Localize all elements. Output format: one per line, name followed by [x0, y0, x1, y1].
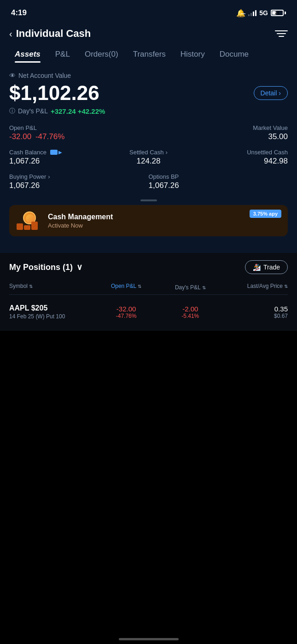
drag-handle — [9, 198, 288, 205]
cash-mgmt-subtitle: Activate Now — [48, 222, 280, 229]
info-icon: ⓘ — [9, 107, 15, 115]
net-account-label: 👁 Net Account Value — [9, 72, 288, 79]
sort-dayspl-icon[interactable]: ⇅ — [202, 285, 206, 290]
filter-button[interactable] — [275, 29, 288, 39]
positions-section: My Positions (1) ∨ 🏂 Trade Symbol ⇅ Open… — [0, 253, 297, 331]
settled-cash-stat: Settled Cash › 124.28 — [102, 149, 195, 166]
market-value-stat: Market Value 35.00 — [149, 124, 288, 141]
cash-mgmt-content: Cash Management Activate Now — [48, 213, 280, 229]
tab-bar: Assets P&L Orders(0) Transfers History D… — [0, 45, 297, 63]
stats-row-3: Buying Power › 1,067.26 Options BP 1,067… — [9, 173, 288, 190]
trade-button[interactable]: 🏂 Trade — [245, 260, 288, 274]
buying-power-stat: Buying Power › 1,067.26 — [9, 173, 149, 190]
pos-symbol: AAPL $205 — [9, 304, 93, 312]
buying-power-value: 1,067.26 — [9, 181, 149, 190]
pos-price: 0.35 $0.67 — [221, 305, 288, 319]
buying-power-label: Buying Power › — [9, 173, 149, 180]
stats-row-2: Cash Balance ▶ 1,067.26 Settled Cash › 1… — [9, 149, 288, 166]
table-headers: Symbol ⇅ Open P&L ⇅ Day's P&L ⇅ Last/Avg… — [9, 281, 288, 295]
stats-grid: Open P&L -32.00 -47.76% Market Value 35.… — [9, 124, 288, 190]
cash-balance-value: 1,067.26 — [9, 157, 102, 166]
unsettled-cash-value: 942.98 — [195, 157, 288, 166]
cash-balance-label: Cash Balance ▶ — [9, 149, 102, 156]
settled-cash-value: 124.28 — [102, 157, 195, 166]
options-bp-stat: Options BP 1,067.26 — [149, 173, 288, 190]
status-bar: 4:19 🔔̶ 5G 21 — [0, 0, 297, 24]
pos-days-pl: -2.00 -5.41% — [160, 305, 221, 319]
sort-openpl-icon[interactable]: ⇅ — [138, 284, 141, 289]
account-section: 👁 Net Account Value $1,102.26 Detail › ⓘ… — [9, 72, 288, 115]
header-left: ‹ Individual Cash — [9, 28, 91, 40]
page-title: Individual Cash — [16, 28, 91, 40]
open-pl-stat: Open P&L -32.00 -47.76% — [9, 124, 149, 141]
account-value: $1,102.26 — [9, 82, 99, 104]
apy-badge: 3.75% apy — [250, 210, 281, 218]
pos-symbol-col: AAPL $205 14 Feb 25 (W) Put 100 — [9, 304, 93, 320]
cash-mgmt-icon — [17, 211, 42, 230]
pos-open-pl-value: -32.00 — [93, 305, 160, 313]
signal-icon — [248, 10, 256, 16]
status-time: 4:19 — [11, 8, 27, 18]
pos-avg-price: $0.67 — [221, 313, 288, 319]
pos-open-pl: -32.00 -47.76% — [93, 305, 160, 319]
bottom-area — [0, 331, 297, 515]
tab-history[interactable]: History — [173, 45, 212, 63]
positions-title: My Positions (1) ∨ — [9, 262, 82, 272]
arrow-right-icon: › — [166, 149, 168, 156]
cash-mgmt-title: Cash Management — [48, 213, 280, 221]
pos-days-pl-pct: -5.41% — [160, 313, 221, 319]
pos-desc: 14 Feb 25 (W) Put 100 — [9, 313, 93, 320]
detail-button[interactable]: Detail › — [254, 86, 288, 100]
th-symbol: Symbol ⇅ — [9, 283, 93, 289]
tab-documents[interactable]: Docume — [212, 45, 256, 63]
pos-days-pl-value: -2.00 — [160, 305, 221, 313]
days-pl-row: ⓘ Day's P&L +327.24 +42.22% — [9, 107, 288, 115]
stats-row-1: Open P&L -32.00 -47.76% Market Value 35.… — [9, 124, 288, 141]
table-row[interactable]: AAPL $205 14 Feb 25 (W) Put 100 -32.00 -… — [9, 300, 288, 323]
arrow-right-icon: › — [48, 173, 50, 180]
header: ‹ Individual Cash — [0, 24, 297, 45]
market-value: 35.00 — [149, 132, 288, 141]
unsettled-cash-stat: Unsettled Cash 942.98 — [195, 149, 288, 166]
sort-price-icon[interactable]: ⇅ — [284, 284, 288, 289]
eye-icon: 👁 — [9, 72, 16, 79]
options-bp-label: Options BP — [149, 173, 288, 180]
battery-icon: 21 — [271, 10, 286, 16]
tab-transfers[interactable]: Transfers — [126, 45, 173, 63]
status-right: 🔔̶ 5G 21 — [236, 9, 286, 18]
th-days-pl: Day's P&L ⇅ — [160, 284, 221, 291]
open-pl-label: Open P&L — [9, 124, 149, 131]
tab-pl[interactable]: P&L — [48, 45, 77, 63]
th-price: Last/Avg Price ⇅ — [221, 283, 288, 289]
cash-mgmt-banner[interactable]: Cash Management Activate Now 3.75% apy — [9, 205, 288, 236]
account-value-row: $1,102.26 Detail › — [9, 82, 288, 104]
network-type: 5G — [259, 9, 268, 17]
pos-last-price: 0.35 — [221, 305, 288, 313]
notification-bell-icon: 🔔̶ — [236, 9, 245, 18]
tab-orders[interactable]: Orders(0) — [77, 45, 126, 63]
market-value-label: Market Value — [149, 124, 288, 131]
positions-header: My Positions (1) ∨ 🏂 Trade — [9, 260, 288, 274]
th-open-pl: Open P&L ⇅ — [93, 283, 160, 289]
settled-cash-label: Settled Cash › — [102, 149, 195, 156]
cash-balance-stat: Cash Balance ▶ 1,067.26 — [9, 149, 102, 166]
transfer-icon: ▶ — [50, 150, 62, 155]
home-indicator — [119, 638, 179, 640]
trade-icon: 🏂 — [253, 263, 261, 271]
days-pl-value: +327.24 +42.22% — [51, 107, 105, 115]
tab-assets[interactable]: Assets — [7, 45, 48, 63]
pos-open-pl-pct: -47.76% — [93, 313, 160, 319]
unsettled-cash-label: Unsettled Cash — [195, 149, 288, 156]
chevron-right-icon: › — [279, 89, 281, 97]
main-content: 👁 Net Account Value $1,102.26 Detail › ⓘ… — [0, 63, 297, 253]
sort-symbol-icon[interactable]: ⇅ — [29, 284, 33, 289]
options-bp-value: 1,067.26 — [149, 181, 288, 190]
chevron-down-icon[interactable]: ∨ — [76, 262, 82, 272]
back-button[interactable]: ‹ — [9, 29, 12, 39]
open-pl-value: -32.00 -47.76% — [9, 132, 149, 141]
